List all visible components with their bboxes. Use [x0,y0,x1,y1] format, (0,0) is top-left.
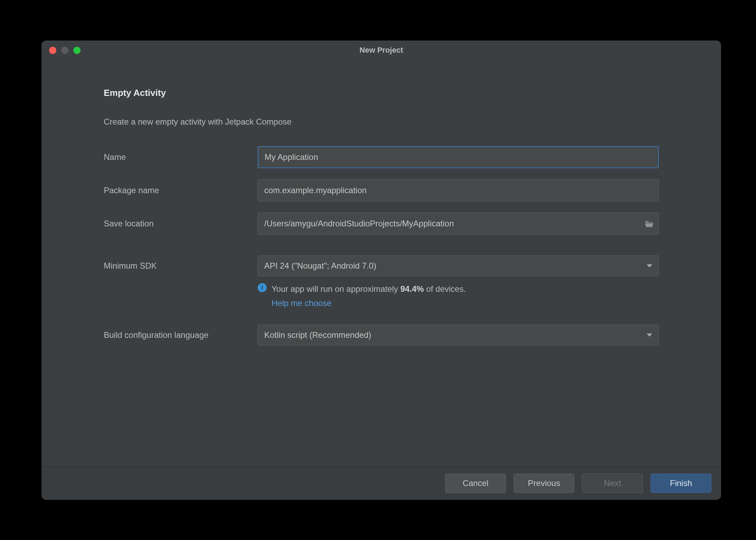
finish-button[interactable]: Finish [651,474,711,493]
page-subtitle: Create a new empty activity with Jetpack… [104,117,659,127]
row-build-lang: Build configuration language Kotlin scri… [104,325,659,345]
device-coverage-info: i Your app will run on approximately 94.… [258,282,659,309]
location-label: Save location [104,219,258,228]
dialog-footer: Cancel Previous Next Finish [42,466,721,500]
min-sdk-select[interactable]: API 24 ("Nougat"; Android 7.0) [258,255,659,276]
build-lang-select[interactable]: Kotlin script (Recommended) [258,325,659,345]
info-icon: i [258,283,267,292]
dialog-content: Empty Activity Create a new empty activi… [42,60,721,466]
info-prefix: Your app will run on approximately [271,284,400,294]
package-label: Package name [104,186,258,195]
build-lang-label: Build configuration language [104,330,258,340]
window-controls [49,47,81,54]
name-input[interactable] [258,146,659,168]
row-package: Package name [104,179,659,201]
info-percent: 94.4% [400,284,424,294]
chevron-down-icon [647,334,652,337]
name-label: Name [104,152,258,162]
info-suffix: of devices. [424,284,466,294]
row-name: Name [104,146,659,168]
row-min-sdk: Minimum SDK API 24 ("Nougat"; Android 7.… [104,255,659,276]
previous-button[interactable]: Previous [514,474,574,493]
package-input[interactable] [258,179,659,201]
chevron-down-icon [647,264,652,268]
help-me-choose-link[interactable]: Help me choose [271,297,331,309]
next-button: Next [582,474,643,493]
min-sdk-label: Minimum SDK [104,261,258,271]
row-location: Save location [104,213,659,235]
maximize-window-button[interactable] [73,47,81,54]
min-sdk-value: API 24 ("Nougat"; Android 7.0) [264,261,376,271]
minimize-window-button[interactable] [61,47,68,54]
titlebar: New Project [42,40,721,60]
window-title: New Project [360,46,403,55]
new-project-dialog: New Project Empty Activity Create a new … [42,40,721,500]
location-input[interactable] [258,213,659,235]
close-window-button[interactable] [49,47,56,54]
page-title: Empty Activity [104,88,659,98]
cancel-button[interactable]: Cancel [445,474,506,493]
build-lang-value: Kotlin script (Recommended) [264,330,371,340]
